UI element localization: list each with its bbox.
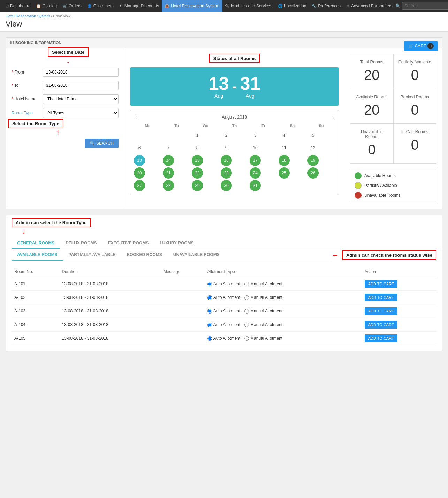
calendar-day-cell[interactable]: 8	[192, 142, 203, 153]
calendar-day-cell[interactable]: 4	[279, 130, 290, 141]
nav-discounts[interactable]: 🏷 Manage Discounts	[116, 0, 162, 12]
nav-modules[interactable]: 🔌 Modules and Services	[222, 0, 275, 12]
room-type-tab[interactable]: DELUX ROOMS	[60, 238, 102, 249]
radio-manual-label[interactable]: Manual Allotment	[244, 322, 282, 327]
breadcrumb-area: Hotel Reservation System / Book Now View	[0, 12, 448, 32]
calendar-day-cell[interactable]: 27	[134, 180, 145, 191]
calendar-day-cell[interactable]: 29	[192, 180, 203, 191]
calendar-day-cell[interactable]: 9	[221, 142, 232, 153]
add-to-cart-button[interactable]: ADD TO CART	[365, 321, 397, 329]
calendar-day-cell[interactable]: 17	[250, 155, 261, 166]
radio-auto[interactable]	[207, 336, 212, 341]
calendar-day-cell[interactable]: 7	[163, 142, 174, 153]
nav-localization[interactable]: 🌐 Localization	[275, 0, 309, 12]
radio-manual[interactable]	[244, 282, 249, 286]
calendar-day-cell[interactable]: 28	[163, 180, 174, 191]
radio-auto-label[interactable]: Auto Allotment	[207, 309, 240, 314]
radio-auto[interactable]	[207, 309, 212, 314]
nav-hotel-reservation[interactable]: 🏨 Hotel Reservation System	[162, 0, 222, 12]
search-input[interactable]	[402, 2, 448, 10]
nav-customers[interactable]: 👤 Customers	[84, 0, 116, 12]
room-type-tab[interactable]: EXECUTIVE ROOMS	[102, 238, 154, 249]
calendar-day-cell[interactable]: 21	[163, 167, 174, 179]
calendar-day-cell[interactable]: 14	[163, 155, 174, 166]
calendar-day-cell[interactable]: 24	[250, 167, 261, 179]
radio-manual[interactable]	[244, 309, 249, 314]
calendar-prev-button[interactable]: ‹	[134, 114, 138, 120]
nav-preferences[interactable]: 🔧 Preferences	[309, 0, 343, 12]
calendar-day-cell[interactable]: 31	[250, 180, 261, 191]
radio-manual[interactable]	[244, 336, 249, 341]
hotel-field-group: * Hotel Name The Hotel Prime	[12, 94, 119, 104]
radio-auto-label[interactable]: Auto Allotment	[207, 336, 240, 341]
mini-calendar: ‹ August 2018 › MoTuWeThFrSaSu1234567891…	[130, 110, 339, 195]
search-button[interactable]: 🔍 SEARCH	[85, 139, 119, 148]
calendar-day-header: Sa	[279, 123, 306, 128]
status-tab[interactable]: PARTIALLY AVAILABLE	[63, 249, 121, 261]
radio-auto-text: Auto Allotment	[213, 336, 240, 341]
add-to-cart-button[interactable]: ADD TO CART	[365, 294, 397, 301]
radio-auto-label[interactable]: Auto Allotment	[207, 322, 240, 327]
calendar-day-cell[interactable]: 20	[134, 167, 145, 179]
date-range-display: 13 Aug - 31 Aug	[130, 67, 339, 106]
radio-auto-label[interactable]: Auto Allotment	[207, 281, 240, 286]
calendar-day-cell[interactable]: 11	[279, 142, 290, 153]
calendar-day-cell[interactable]: 6	[134, 142, 145, 153]
radio-manual-label[interactable]: Manual Allotment	[244, 281, 282, 286]
calendar-next-button[interactable]: ›	[331, 114, 335, 120]
calendar-day-cell[interactable]: 22	[192, 167, 203, 179]
status-tab[interactable]: UNAVAILABLE ROOMS	[168, 249, 225, 261]
calendar-day-cell[interactable]: 16	[221, 155, 232, 166]
calendar-day-cell[interactable]: 26	[307, 167, 319, 179]
in-cart-rooms-stat: In-Cart Rooms 0	[394, 124, 436, 163]
search-icon: 🔍	[395, 3, 401, 8]
calendar-day-cell[interactable]: 19	[307, 155, 319, 166]
radio-auto[interactable]	[207, 323, 212, 327]
to-input[interactable]	[43, 81, 119, 90]
hotel-select[interactable]: The Hotel Prime	[43, 94, 119, 104]
nav-advanced[interactable]: ⚙ Advanced Parameters	[343, 0, 395, 12]
calendar-day-cell[interactable]: 3	[250, 130, 261, 141]
booked-rooms-label: Booked Rooms	[398, 95, 432, 99]
search-button-icon: 🔍	[90, 141, 95, 146]
calendar-day-cell[interactable]: 25	[279, 167, 290, 179]
admin-check-status-annotation: Admin can check the rooms status wise	[342, 250, 436, 260]
calendar-day-cell[interactable]: 10	[250, 142, 261, 153]
rooms-table-header-row: Room No. Duration Message Allotment Type…	[12, 266, 436, 277]
calendar-header: ‹ August 2018 ›	[134, 114, 335, 120]
calendar-day-cell[interactable]: 2	[221, 130, 232, 141]
calendar-day-cell[interactable]: 12	[307, 142, 319, 153]
nav-catalog[interactable]: 📋 Catalog	[33, 0, 60, 12]
status-tab[interactable]: AVAILABLE ROOMS	[12, 249, 63, 261]
room-type-tab[interactable]: LUXURY ROOMS	[154, 238, 199, 249]
radio-manual-label[interactable]: Manual Allotment	[244, 336, 282, 341]
calendar-day-cell[interactable]: 30	[221, 180, 232, 191]
calendar-day-cell[interactable]: 13	[134, 155, 145, 166]
calendar-day-cell[interactable]: 18	[279, 155, 290, 166]
nav-dashboard-label: Dashboard	[10, 3, 31, 8]
room-type-tab[interactable]: GENERAL ROOMS	[12, 238, 60, 249]
calendar-day-cell[interactable]: 23	[221, 167, 232, 179]
legend-partially-label: Partially Available	[364, 183, 397, 188]
breadcrumb-hotel[interactable]: Hotel Reservation System	[6, 14, 50, 18]
radio-manual[interactable]	[244, 295, 249, 300]
radio-manual[interactable]	[244, 323, 249, 327]
calendar-day-cell[interactable]: 5	[307, 130, 319, 141]
radio-auto[interactable]	[207, 282, 212, 286]
radio-manual-label[interactable]: Manual Allotment	[244, 309, 282, 314]
cart-button[interactable]: 🛒 CART 0	[404, 41, 438, 51]
radio-auto-label[interactable]: Auto Allotment	[207, 295, 240, 300]
room-type-select[interactable]: All Types	[43, 108, 119, 118]
calendar-day-cell[interactable]: 1	[192, 130, 203, 141]
add-to-cart-button[interactable]: ADD TO CART	[365, 334, 397, 342]
add-to-cart-button[interactable]: ADD TO CART	[365, 280, 397, 288]
radio-auto[interactable]	[207, 295, 212, 300]
radio-manual-label[interactable]: Manual Allotment	[244, 295, 282, 300]
from-input[interactable]	[43, 68, 119, 77]
calendar-day-header: Su	[307, 123, 335, 128]
nav-orders[interactable]: 🛒 Orders	[60, 0, 84, 12]
add-to-cart-button[interactable]: ADD TO CART	[365, 307, 397, 315]
status-tab[interactable]: BOOKED ROOMS	[121, 249, 167, 261]
calendar-day-cell[interactable]: 15	[192, 155, 203, 166]
nav-dashboard[interactable]: ⊞ Dashboard	[3, 0, 33, 12]
